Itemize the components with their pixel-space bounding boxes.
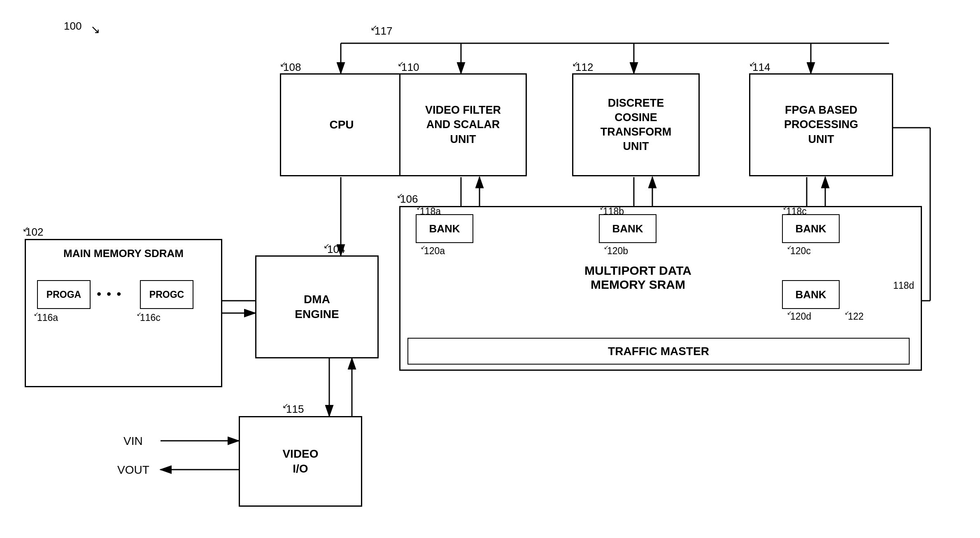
bank-c-block: BANK <box>782 214 840 243</box>
ref-102-curve: ↙ <box>23 225 29 234</box>
bank-a-block: BANK <box>416 214 473 243</box>
ref-122: 122 <box>848 311 864 322</box>
ref-118c: 118c <box>786 206 807 217</box>
dots: • • • <box>97 286 122 302</box>
vout-label: VOUT <box>117 463 149 477</box>
bank-d-block: BANK <box>782 280 840 309</box>
ref-100-arrow: ↘ <box>91 23 100 36</box>
ref-115-curve: ↙ <box>282 401 289 410</box>
ref-118a-curve: ↙ <box>417 204 421 211</box>
ref-116a-curve: ↙ <box>34 311 39 317</box>
ref-100: 100 <box>64 20 81 33</box>
ref-114-curve: ↙ <box>749 59 755 68</box>
ref-116c: 116c <box>140 312 161 323</box>
main-memory-label: MAIN MEMORY SDRAM <box>33 247 214 260</box>
ref-118d: 118d <box>893 280 914 291</box>
ref-118b-curve: ↙ <box>600 204 605 211</box>
ref-118b: 118b <box>603 206 624 217</box>
dct-block: DISCRETECOSINETRANSFORMUNIT <box>572 73 700 176</box>
ref-118a: 118a <box>420 206 441 217</box>
ref-120b-curve: ↙ <box>604 244 609 250</box>
ref-120a: 120a <box>424 246 445 257</box>
fpga-block: FPGA BASEDPROCESSINGUNIT <box>749 73 893 176</box>
ref-117-arrow: ↙ <box>370 23 377 33</box>
ref-116a: 116a <box>37 312 58 323</box>
diagram: 100 ↘ 117 ↙ CPU 108 ↙ DMAENGINE 104 ↙ 11… <box>0 0 980 538</box>
video-io-block: VIDEOI/O <box>239 416 362 507</box>
ref-120d-curve: ↙ <box>787 309 792 316</box>
ref-104: 104 <box>327 243 345 256</box>
multiport-label: MULTIPORT DATAMEMORY SRAM <box>535 264 741 292</box>
ref-122-curve: ↙ <box>845 309 850 316</box>
dma-block: DMAENGINE <box>255 255 379 358</box>
ref-120c-curve: ↙ <box>787 244 792 250</box>
ref-120b: 120b <box>607 246 628 257</box>
ref-120c: 120c <box>790 246 811 257</box>
ref-110-curve: ↙ <box>398 59 404 68</box>
ref-104-curve: ↙ <box>324 241 330 250</box>
proga-block: PROGA <box>37 280 91 309</box>
ref-115: 115 <box>286 403 304 416</box>
ref-116c-curve: ↙ <box>137 311 142 317</box>
ref-110: 110 <box>401 61 419 74</box>
vin-label: VIN <box>123 435 143 448</box>
ref-118c-curve: ↙ <box>783 204 788 211</box>
ref-106-curve: ↙ <box>397 191 403 200</box>
ref-112-curve: ↙ <box>572 59 578 68</box>
ref-120a-curve: ↙ <box>421 244 426 250</box>
progc-block: PROGC <box>140 280 193 309</box>
ref-120d: 120d <box>790 311 811 322</box>
traffic-master-block: TRAFFIC MASTER <box>407 338 910 365</box>
bank-b-block: BANK <box>599 214 656 243</box>
cpu-block: CPU <box>280 73 403 176</box>
ref-108-curve: ↙ <box>280 60 286 69</box>
video-filter-block: VIDEO FILTERAND SCALARUNIT <box>399 73 527 176</box>
